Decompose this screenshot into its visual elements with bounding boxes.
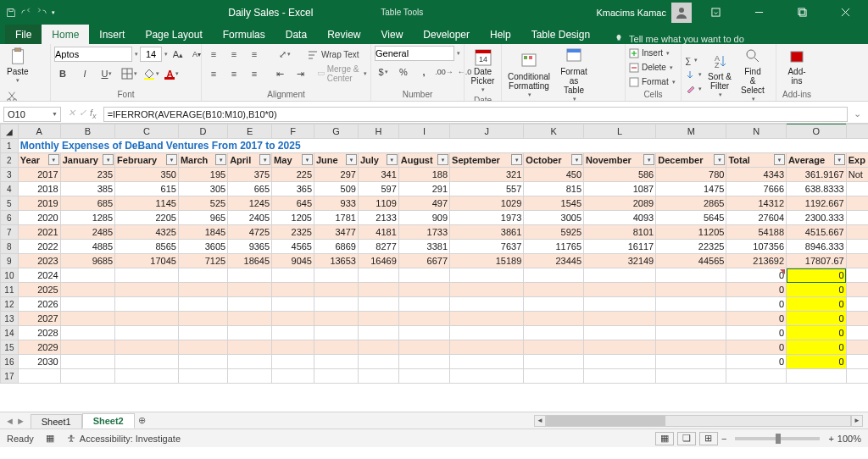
cell-overflow-14[interactable] (846, 326, 868, 340)
cell-N10[interactable]: 0 (726, 268, 787, 283)
page-break-view-icon[interactable]: ⊞ (699, 432, 718, 445)
cell-I10[interactable] (398, 268, 449, 283)
cell-L5[interactable]: 2089 (584, 196, 656, 211)
cell-F7[interactable]: 2325 (272, 225, 314, 240)
cell-M15[interactable] (656, 340, 726, 355)
column-header-E[interactable]: E (228, 124, 272, 139)
column-header-D[interactable]: D (178, 124, 227, 139)
cell-J12[interactable] (450, 297, 524, 312)
cell-K7[interactable]: 5925 (524, 225, 584, 240)
cell-J17[interactable] (450, 369, 524, 384)
cell-A3[interactable]: 2017 (18, 168, 60, 182)
cell-C10[interactable] (115, 268, 179, 283)
cell-M10[interactable] (656, 268, 726, 283)
table-header-february[interactable]: February▼ (115, 153, 179, 168)
cell-overflow-15[interactable] (846, 340, 868, 355)
row-header-9[interactable]: 9 (1, 254, 19, 268)
cell-G12[interactable] (314, 297, 359, 312)
cell-F4[interactable]: 365 (272, 182, 314, 196)
cell-A16[interactable]: 2030 (18, 355, 60, 369)
cell-E13[interactable] (228, 312, 272, 326)
cell-J9[interactable]: 15189 (450, 254, 524, 268)
cell-E7[interactable]: 4725 (228, 225, 272, 240)
cell-A13[interactable]: 2027 (18, 312, 60, 326)
cell-J11[interactable] (450, 283, 524, 297)
cell-A11[interactable]: 2025 (18, 283, 60, 297)
cell-L17[interactable] (584, 369, 656, 384)
cell-N12[interactable]: 0 (726, 297, 787, 312)
cell-B16[interactable] (60, 355, 114, 369)
row-header-1[interactable]: 1 (1, 139, 19, 153)
macro-record-icon[interactable]: ▦ (46, 433, 54, 444)
cell-D3[interactable]: 195 (178, 168, 227, 182)
increase-font-icon[interactable]: A▴ (170, 46, 186, 63)
filter-icon[interactable]: ▼ (48, 154, 59, 165)
orientation-icon[interactable]: ⤢▾ (276, 46, 293, 63)
table-header-june[interactable]: June▼ (314, 153, 359, 168)
align-bottom-icon[interactable]: ≡ (246, 46, 263, 63)
cell-D6[interactable]: 965 (178, 211, 227, 225)
cell-N14[interactable]: 0 (726, 326, 787, 340)
align-left-icon[interactable]: ≡ (205, 65, 222, 82)
find-select-button[interactable]: Find & Select▾ (737, 46, 768, 102)
cell-J13[interactable] (450, 312, 524, 326)
save-icon[interactable] (5, 7, 17, 19)
cell-M14[interactable] (656, 326, 726, 340)
cell-B6[interactable]: 1285 (60, 211, 114, 225)
cell-E8[interactable]: 9365 (228, 240, 272, 254)
cell-N13[interactable]: 0 (726, 312, 787, 326)
new-sheet-icon[interactable]: ⊕ (135, 415, 150, 426)
cell-J6[interactable]: 1973 (450, 211, 524, 225)
cell-J4[interactable]: 557 (450, 182, 524, 196)
cell-O10[interactable]: 0 (787, 268, 847, 283)
column-header-M[interactable]: M (656, 124, 726, 139)
cell-M17[interactable] (656, 369, 726, 384)
filter-icon[interactable]: ▼ (103, 154, 114, 165)
tab-page-layout[interactable]: Page Layout (135, 25, 212, 44)
cell-N3[interactable]: 4343 (726, 168, 787, 182)
cell-F14[interactable] (272, 326, 314, 340)
cell-E6[interactable]: 2405 (228, 211, 272, 225)
filter-icon[interactable]: ▼ (571, 154, 582, 165)
cell-O5[interactable]: 1192.667 (787, 196, 847, 211)
cell-N7[interactable]: 54188 (726, 225, 787, 240)
cell-B17[interactable] (60, 369, 114, 384)
cell-I14[interactable] (398, 326, 449, 340)
cell-overflow-6[interactable] (846, 211, 868, 225)
cell-D4[interactable]: 305 (178, 182, 227, 196)
cell-M9[interactable]: 44565 (656, 254, 726, 268)
row-header-12[interactable]: 12 (1, 297, 19, 312)
cell-A5[interactable]: 2019 (18, 196, 60, 211)
cell-A4[interactable]: 2018 (18, 182, 60, 196)
autosum-button[interactable]: ∑▾ (685, 53, 702, 68)
cell-I5[interactable]: 497 (398, 196, 449, 211)
accessibility-status[interactable]: Accessibility: Investigate (66, 434, 181, 444)
cell-F16[interactable] (272, 355, 314, 369)
cell-B12[interactable] (60, 297, 114, 312)
cell-D8[interactable]: 3605 (178, 240, 227, 254)
cell-A9[interactable]: 2023 (18, 254, 60, 268)
cell-C15[interactable] (115, 340, 179, 355)
column-header-O[interactable]: O (787, 124, 847, 139)
date-picker-button[interactable]: 14 Date Picker▾ (468, 46, 498, 95)
cell-H10[interactable] (358, 268, 398, 283)
row-header-2[interactable]: 2 (1, 153, 19, 168)
cell-C3[interactable]: 350 (115, 168, 179, 182)
cell-L16[interactable] (584, 355, 656, 369)
cell-G6[interactable]: 1781 (314, 211, 359, 225)
cell-overflow-7[interactable] (846, 225, 868, 240)
cell-J15[interactable] (450, 340, 524, 355)
cell-E9[interactable]: 18645 (228, 254, 272, 268)
cell-M16[interactable] (656, 355, 726, 369)
name-box[interactable]: O10▼ (3, 107, 61, 122)
cell-A15[interactable]: 2029 (18, 340, 60, 355)
cell-O6[interactable]: 2300.333 (787, 211, 847, 225)
cell-E3[interactable]: 375 (228, 168, 272, 182)
fx-icon[interactable]: fx (90, 108, 97, 120)
cell-K4[interactable]: 815 (524, 182, 584, 196)
close-icon[interactable] (826, 0, 865, 25)
cell-K13[interactable] (524, 312, 584, 326)
table-header-april[interactable]: April▼ (228, 153, 272, 168)
cell-H13[interactable] (358, 312, 398, 326)
cell-C9[interactable]: 17045 (115, 254, 179, 268)
